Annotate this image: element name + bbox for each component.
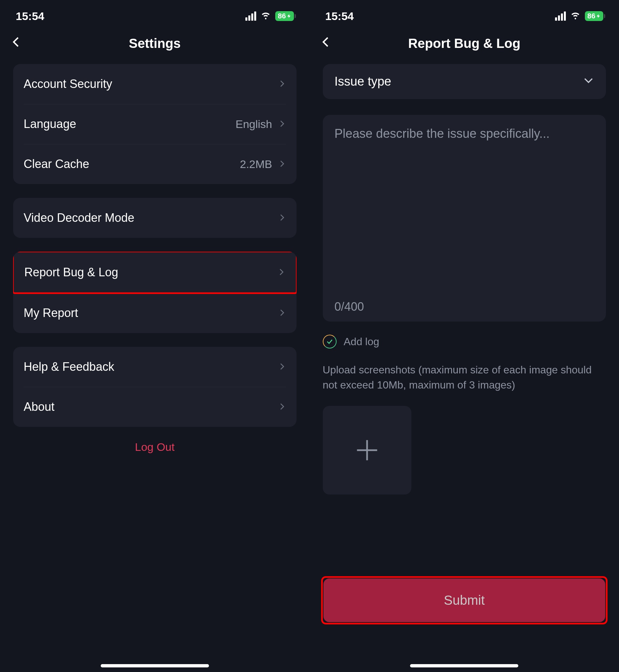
row-label: My Report bbox=[24, 306, 78, 320]
settings-content: Account Security Language English Clear … bbox=[0, 64, 310, 672]
back-button[interactable] bbox=[320, 36, 333, 50]
add-log-label: Add log bbox=[344, 336, 380, 348]
chevron-right-icon bbox=[278, 360, 286, 374]
nav-header: Settings bbox=[0, 26, 310, 64]
status-time: 15:54 bbox=[16, 10, 44, 23]
chevron-right-icon bbox=[277, 265, 285, 279]
row-value: English bbox=[235, 118, 272, 131]
settings-screen: 15:54 86 Settings Account Security Langu… bbox=[0, 0, 310, 672]
status-right: 86 bbox=[246, 9, 294, 23]
signal-icon bbox=[246, 11, 256, 21]
page-title: Report Bug & Log bbox=[408, 36, 520, 51]
add-log-toggle[interactable]: Add log bbox=[323, 335, 606, 348]
settings-group: Account Security Language English Clear … bbox=[13, 64, 296, 184]
logout-button[interactable]: Log Out bbox=[13, 441, 296, 467]
row-label: Clear Cache bbox=[24, 157, 89, 171]
row-label: About bbox=[24, 400, 55, 414]
upload-screenshot-button[interactable] bbox=[323, 406, 411, 494]
row-clear-cache[interactable]: Clear Cache 2.2MB bbox=[13, 144, 296, 184]
page-title: Settings bbox=[129, 36, 181, 51]
chevron-right-icon bbox=[278, 157, 286, 171]
description-placeholder: Please describe the issue specifically..… bbox=[335, 127, 595, 141]
submit-wrap: Submit bbox=[323, 578, 606, 672]
settings-group: Help & Feedback About bbox=[13, 347, 296, 427]
row-label: Help & Feedback bbox=[24, 360, 114, 374]
row-help-feedback[interactable]: Help & Feedback bbox=[13, 347, 296, 387]
chevron-right-icon bbox=[278, 306, 286, 320]
row-label: Account Security bbox=[24, 77, 112, 91]
row-label: Report Bug & Log bbox=[24, 265, 118, 279]
submit-button[interactable]: Submit bbox=[324, 579, 606, 622]
row-report-bug[interactable]: Report Bug & Log bbox=[14, 252, 296, 292]
plus-icon bbox=[354, 437, 381, 464]
check-circle-icon bbox=[323, 335, 337, 348]
home-indicator[interactable] bbox=[101, 664, 209, 667]
home-indicator[interactable] bbox=[410, 664, 518, 667]
issue-type-select[interactable]: Issue type bbox=[323, 64, 606, 99]
highlight-box: Submit bbox=[321, 576, 608, 624]
row-about[interactable]: About bbox=[13, 387, 296, 427]
row-my-report[interactable]: My Report bbox=[13, 293, 296, 333]
battery-badge: 86 bbox=[585, 11, 603, 21]
settings-group: Report Bug & Log My Report bbox=[13, 252, 296, 333]
chevron-right-icon bbox=[278, 117, 286, 131]
settings-group: Video Decoder Mode bbox=[13, 198, 296, 238]
status-right: 86 bbox=[555, 9, 603, 23]
chevron-right-icon bbox=[278, 400, 286, 414]
upload-hint: Upload screenshots (maximum size of each… bbox=[323, 362, 606, 393]
char-counter: 0/400 bbox=[335, 300, 595, 314]
chevron-down-icon bbox=[583, 74, 594, 88]
status-time: 15:54 bbox=[325, 10, 354, 23]
row-language[interactable]: Language English bbox=[13, 104, 296, 144]
status-bar: 15:54 86 bbox=[310, 0, 619, 26]
row-label: Language bbox=[24, 117, 76, 131]
nav-header: Report Bug & Log bbox=[310, 26, 619, 64]
chevron-right-icon bbox=[278, 211, 286, 225]
wifi-icon bbox=[260, 9, 271, 23]
report-content: Issue type Please describe the issue spe… bbox=[310, 64, 619, 672]
signal-icon bbox=[555, 11, 566, 21]
issue-type-label: Issue type bbox=[335, 74, 391, 88]
highlight-box: Report Bug & Log bbox=[13, 252, 296, 294]
wifi-icon bbox=[570, 9, 581, 23]
battery-badge: 86 bbox=[275, 11, 294, 21]
row-value: 2.2MB bbox=[240, 158, 272, 171]
row-account-security[interactable]: Account Security bbox=[13, 64, 296, 104]
back-button[interactable] bbox=[10, 36, 23, 50]
description-textarea[interactable]: Please describe the issue specifically..… bbox=[323, 115, 606, 322]
row-video-decoder[interactable]: Video Decoder Mode bbox=[13, 198, 296, 238]
status-bar: 15:54 86 bbox=[0, 0, 310, 26]
chevron-right-icon bbox=[278, 77, 286, 91]
row-label: Video Decoder Mode bbox=[24, 211, 135, 225]
report-bug-screen: 15:54 86 Report Bug & Log Issue type Ple… bbox=[310, 0, 619, 672]
